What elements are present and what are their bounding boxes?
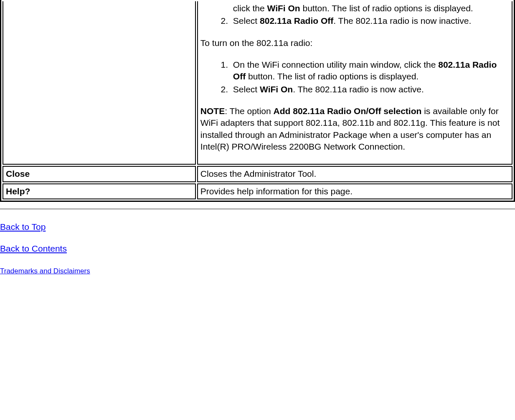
cell-label-close: Close bbox=[3, 166, 196, 182]
list-item: Select 802.11a Radio Off. The 802.11a ra… bbox=[231, 15, 509, 27]
back-to-contents-link[interactable]: Back to Contents bbox=[0, 244, 67, 253]
list-item: Select WiFi On. The 802.11a radio is now… bbox=[231, 84, 509, 95]
text: On the WiFi connection utility main wind… bbox=[233, 60, 438, 69]
table-row: Close Closes the Administrator Tool. bbox=[3, 166, 512, 182]
cell-content-close: Closes the Administrator Tool. bbox=[197, 166, 512, 182]
table-row: click the WiFi On button. The list of ra… bbox=[3, 1, 512, 165]
text-bold: NOTE bbox=[200, 106, 225, 116]
table-row: Help? Provides help information for this… bbox=[3, 183, 512, 199]
cell-content-help: Provides help information for this page. bbox=[197, 183, 512, 199]
ordered-list-off: Select 802.11a Radio Off. The 802.11a ra… bbox=[200, 15, 509, 27]
text: : The option bbox=[225, 106, 273, 116]
text-bold: Add 802.11a Radio On/Off selection bbox=[274, 106, 422, 116]
divider bbox=[0, 209, 515, 209]
trademarks-link[interactable]: Trademarks and Disclaimers bbox=[0, 267, 90, 275]
link-block: Back to Contents bbox=[0, 243, 515, 255]
list-item: On the WiFi connection utility main wind… bbox=[231, 59, 509, 83]
list-item-continuation: click the WiFi On button. The list of ra… bbox=[200, 3, 509, 14]
paragraph-note: NOTE: The option Add 802.11a Radio On/Of… bbox=[200, 105, 509, 153]
info-table: click the WiFi On button. The list of ra… bbox=[0, 0, 515, 202]
cell-label-help: Help? bbox=[3, 183, 196, 199]
paragraph-turn-on: To turn on the 802.11a radio: bbox=[200, 37, 509, 49]
cell-label-empty bbox=[3, 1, 196, 165]
cell-content-radio: click the WiFi On button. The list of ra… bbox=[197, 1, 512, 165]
link-block: Trademarks and Disclaimers bbox=[0, 267, 515, 276]
text: Select bbox=[233, 84, 260, 94]
text: button. The list of radio options is dis… bbox=[246, 71, 419, 81]
text: . The 802.11a radio is now active. bbox=[293, 84, 424, 94]
back-to-top-link[interactable]: Back to Top bbox=[0, 222, 46, 232]
text-bold: WiFi On bbox=[260, 84, 293, 94]
ordered-list-on: On the WiFi connection utility main wind… bbox=[200, 59, 509, 95]
link-block: Back to Top bbox=[0, 221, 515, 233]
